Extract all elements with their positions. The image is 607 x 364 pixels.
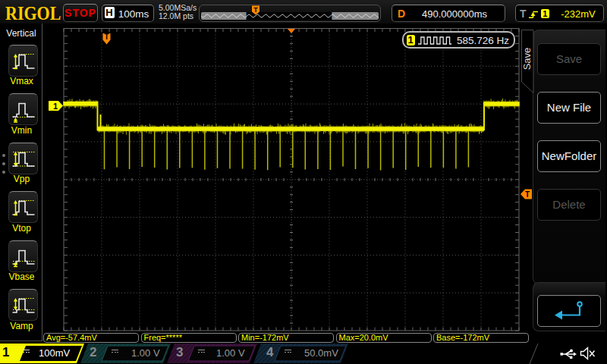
svg-text:1: 1 bbox=[53, 102, 58, 111]
svg-text:T: T bbox=[104, 33, 109, 41]
svg-text:T: T bbox=[525, 190, 530, 199]
svg-text:T: T bbox=[253, 6, 258, 14]
